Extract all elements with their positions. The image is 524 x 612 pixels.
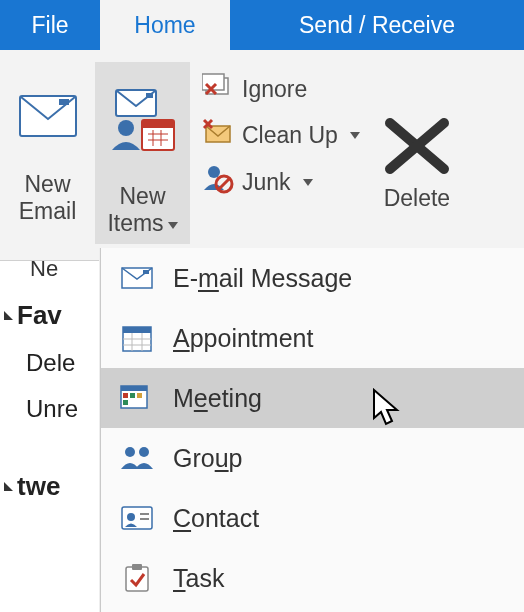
- collapse-caret-icon: [4, 482, 13, 491]
- delete-label: Delete: [384, 185, 450, 212]
- dropdown-caret-icon: [350, 132, 360, 139]
- collapse-caret-icon: [4, 311, 13, 320]
- tab-bar: File Home Send / Receive: [0, 0, 524, 50]
- dropdown-caret-icon: [168, 222, 178, 229]
- new-items-button[interactable]: New Items: [95, 62, 190, 244]
- menu-appointment[interactable]: Appointment: [101, 308, 524, 368]
- calendar-icon: [119, 324, 155, 352]
- dropdown-caret-icon: [303, 179, 313, 186]
- mail-icon: [119, 267, 155, 289]
- menu-meeting[interactable]: Meeting: [101, 368, 524, 428]
- clean-group: Ignore Clean Up: [190, 62, 368, 260]
- svg-point-37: [125, 447, 135, 457]
- mail-icon: [19, 62, 77, 171]
- tab-file[interactable]: File: [0, 0, 100, 50]
- menu-group[interactable]: Group: [101, 428, 524, 488]
- new-items-menu: E-mail Message Appointment Meeting Group…: [100, 248, 524, 612]
- svg-rect-6: [142, 120, 174, 128]
- clean-up-icon: [202, 118, 234, 152]
- menu-task[interactable]: Task: [101, 548, 524, 608]
- menu-email-message[interactable]: E-mail Message: [101, 248, 524, 308]
- group-icon: [119, 445, 155, 471]
- svg-rect-36: [123, 400, 128, 405]
- svg-rect-34: [130, 393, 135, 398]
- svg-rect-32: [121, 386, 147, 391]
- svg-rect-44: [132, 564, 142, 570]
- junk-icon: [202, 164, 234, 200]
- junk-label: Junk: [242, 169, 291, 196]
- contact-icon: [119, 506, 155, 530]
- meeting-icon: [119, 383, 155, 413]
- delete-icon: [378, 111, 456, 185]
- new-items-icon: [108, 84, 178, 160]
- junk-button[interactable]: Junk: [202, 164, 360, 200]
- new-email-button[interactable]: New Email: [0, 62, 95, 232]
- svg-rect-1: [59, 99, 69, 105]
- svg-rect-26: [123, 327, 151, 333]
- svg-point-18: [208, 166, 220, 178]
- svg-rect-35: [137, 393, 142, 398]
- svg-rect-33: [123, 393, 128, 398]
- tab-send-receive[interactable]: Send / Receive: [230, 0, 524, 50]
- clean-up-button[interactable]: Clean Up: [202, 118, 360, 152]
- task-icon: [119, 563, 155, 593]
- ribbon: New Email: [0, 50, 524, 261]
- ignore-label: Ignore: [242, 76, 307, 103]
- svg-point-4: [118, 120, 134, 136]
- svg-rect-24: [143, 270, 149, 274]
- menu-contact[interactable]: Contact: [101, 488, 524, 548]
- svg-point-40: [127, 513, 135, 521]
- delete-button[interactable]: Delete: [368, 62, 456, 260]
- new-email-label-2: Email: [19, 198, 77, 224]
- svg-point-38: [139, 447, 149, 457]
- svg-rect-3: [146, 93, 153, 98]
- tab-home[interactable]: Home: [100, 0, 230, 50]
- svg-line-20: [218, 178, 230, 190]
- new-items-label-1: New: [119, 183, 165, 209]
- new-items-label-2: Items: [107, 210, 163, 236]
- ignore-button[interactable]: Ignore: [202, 72, 360, 106]
- svg-rect-43: [126, 567, 148, 591]
- ignore-icon: [202, 72, 234, 106]
- clean-up-label: Clean Up: [242, 122, 338, 149]
- new-email-label-1: New: [24, 171, 70, 197]
